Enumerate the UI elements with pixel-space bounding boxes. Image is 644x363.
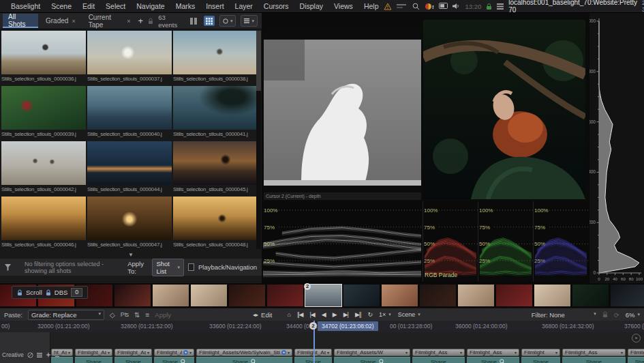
clip-header[interactable]: Filmlight_Ass▾ bbox=[114, 349, 152, 356]
timeline-ruler[interactable]: 00)32000 (01:21:20:00)32800 (01:21:52:00… bbox=[0, 321, 644, 332]
paste-mode-select[interactable]: Grade: Replace▾ bbox=[28, 310, 104, 320]
scroll-lock-label[interactable]: Scroll bbox=[26, 289, 42, 296]
lock-icon[interactable] bbox=[602, 311, 608, 318]
menu-cursors[interactable]: Cursors bbox=[258, 0, 294, 13]
menu-scene[interactable]: Scene bbox=[46, 0, 77, 13]
clip-shape-strip[interactable]: Shape bbox=[114, 357, 152, 363]
shot-thumb[interactable]: Stills_selection_stlouis_0000039.j bbox=[1, 86, 86, 141]
dbs-label[interactable]: DBS bbox=[55, 289, 68, 296]
filmstrip-frame[interactable] bbox=[114, 285, 151, 306]
close-icon[interactable]: × bbox=[72, 18, 75, 25]
filmstrip-frame[interactable] bbox=[458, 285, 494, 306]
clip-shape-strip[interactable]: Shap bbox=[628, 357, 644, 363]
next-cut-icon[interactable]: ▶| bbox=[343, 311, 348, 318]
clip-shape-strip[interactable]: Shape bbox=[196, 357, 292, 363]
list-view-button[interactable] bbox=[188, 16, 199, 26]
lock-icon[interactable] bbox=[486, 3, 492, 10]
apply-button[interactable]: Apply bbox=[155, 311, 171, 319]
clip-header[interactable]: Filmlight▾ bbox=[521, 349, 560, 356]
speaker-icon[interactable] bbox=[453, 3, 460, 10]
menu-help[interactable]: Help bbox=[358, 0, 384, 13]
menu-select[interactable]: Select bbox=[100, 0, 131, 13]
timeline-clip[interactable]: Filmlight_Ass▾Shape bbox=[562, 349, 626, 363]
filmstrip-frame[interactable] bbox=[534, 285, 570, 306]
display-icon[interactable] bbox=[439, 3, 448, 10]
clip-header[interactable]: Filmlight_Ass▾ bbox=[412, 349, 465, 356]
filmstrip-frame[interactable] bbox=[343, 285, 380, 306]
clip-header[interactable]: Filmlight_Assets/W▾ bbox=[334, 349, 410, 356]
menu-insert[interactable]: Insert bbox=[200, 0, 229, 13]
clip-shape-strip[interactable]: Shape bbox=[412, 357, 465, 363]
swap-icon[interactable]: ⇅ bbox=[134, 311, 140, 319]
scene-select[interactable]: Scene▾ bbox=[398, 311, 420, 318]
timeline-clip[interactable]: Filmlight_Assets/Web/Sylvain_Stills/Stil… bbox=[196, 349, 292, 363]
clip-shape-strip[interactable]: Shape bbox=[521, 357, 560, 363]
filmstrip-frame[interactable] bbox=[153, 285, 189, 306]
tab-current-tape[interactable]: Current Tape× bbox=[83, 14, 136, 28]
warning-icon[interactable] bbox=[384, 3, 392, 10]
view-options-button[interactable]: ▾ bbox=[241, 15, 258, 27]
clip-shape-strip[interactable]: Shape bbox=[154, 357, 194, 363]
list-icon[interactable] bbox=[497, 3, 504, 10]
filter-select[interactable]: Filter: None▾ bbox=[532, 311, 596, 319]
clip-shape-strip[interactable]: Shape bbox=[467, 357, 519, 363]
filmstrip-frame[interactable] bbox=[420, 285, 456, 306]
clip-header[interactable]: Filmlight_Ass▾ bbox=[628, 349, 644, 356]
current-timecode[interactable]: 34702 (01:23:08:02) bbox=[318, 321, 378, 331]
add-tab-button[interactable]: + bbox=[138, 16, 144, 25]
lock-icon[interactable] bbox=[46, 289, 51, 296]
fx-icon[interactable] bbox=[46, 352, 51, 358]
menu-marks[interactable]: Marks bbox=[170, 0, 201, 13]
scrollbar-thumb[interactable] bbox=[256, 31, 261, 91]
timeline-clip[interactable]: Filmlight_Ass▾Shape bbox=[114, 349, 152, 363]
timeline-clip[interactable]: Filmlight▾Shape bbox=[521, 349, 560, 363]
alert-icon[interactable]: ! bbox=[425, 3, 434, 10]
tab-graded[interactable]: Graded× bbox=[40, 14, 81, 28]
shot-thumb[interactable]: Stills_selection_stlouis_0000044.j bbox=[87, 141, 172, 197]
lock-icon[interactable] bbox=[17, 289, 22, 296]
meter-icon[interactable] bbox=[397, 3, 408, 9]
filmstrip-frame[interactable] bbox=[611, 285, 644, 306]
timeline-clip[interactable]: Filmlight_Ass▾Shap bbox=[628, 349, 644, 363]
filmstrip-frame[interactable] bbox=[382, 285, 418, 306]
apply-to-select[interactable]: Shot List▾ bbox=[152, 259, 184, 276]
filmstrip-frame[interactable] bbox=[572, 285, 609, 306]
diamond-icon[interactable]: ◇ bbox=[110, 311, 115, 319]
speed-select[interactable]: 1×▾ bbox=[379, 311, 391, 318]
filmstrip-frame[interactable] bbox=[496, 285, 532, 306]
menu-layer[interactable]: Layer bbox=[230, 0, 258, 13]
filmstrip-frame[interactable] bbox=[229, 285, 265, 306]
playlist-icon[interactable]: ≡ bbox=[145, 311, 149, 319]
clip-header[interactable]: Filmlight_Ass+▾ bbox=[154, 349, 194, 356]
disable-icon[interactable] bbox=[27, 352, 33, 358]
menu-baselight[interactable]: Baselight bbox=[5, 0, 46, 13]
circle-chevron-icon[interactable]: » bbox=[632, 334, 641, 343]
shot-thumb[interactable]: Stills_selection_stlouis_0000036.j bbox=[1, 31, 86, 86]
depth-matte-image[interactable] bbox=[264, 29, 421, 192]
menu-edit[interactable]: Edit bbox=[77, 0, 100, 13]
timeline-clip[interactable]: Filmlight_Assets/W▾Shape bbox=[334, 349, 410, 363]
playhead-badge[interactable]: 2 bbox=[309, 322, 317, 330]
clip-shape-strip[interactable]: Shape bbox=[334, 357, 410, 363]
loop-icon[interactable]: ↻ bbox=[368, 311, 373, 318]
timeline-clip[interactable]: Filmlight_Ass▾Shape bbox=[75, 349, 112, 363]
shot-thumb[interactable]: Stills_selection_stlouis_0000040.j bbox=[87, 86, 172, 141]
prev-cut-icon[interactable]: |◀ bbox=[310, 311, 315, 318]
clip-header[interactable]: Filmlight_Ass▾ bbox=[75, 349, 112, 356]
search-icon[interactable] bbox=[412, 3, 420, 10]
zoom-select[interactable]: 6%▾ bbox=[626, 311, 640, 319]
goto-end-icon[interactable]: ▶|| bbox=[355, 311, 361, 318]
filmstrip-frame[interactable] bbox=[191, 285, 227, 306]
menu-display[interactable]: Display bbox=[294, 0, 328, 13]
menu-views[interactable]: Views bbox=[328, 0, 358, 13]
clip-header[interactable]: Filmlight_Ass▾ bbox=[467, 349, 519, 356]
timeline-clip[interactable]: ht_Ass▾ bbox=[51, 349, 73, 363]
filmstrip-frame[interactable] bbox=[267, 285, 303, 306]
play-reverse-icon[interactable]: ◀ bbox=[322, 311, 326, 318]
reference-photo[interactable] bbox=[423, 20, 585, 199]
shot-thumb[interactable]: Stills_selection_stlouis_0000046.j bbox=[1, 197, 86, 252]
pr-icon[interactable]: Pʦ bbox=[121, 311, 129, 318]
edit-toggle[interactable]: ◂▸Edit bbox=[253, 311, 272, 319]
list-icon[interactable] bbox=[37, 353, 42, 358]
shot-thumb[interactable]: Stills_selection_stlouis_0000038.j bbox=[173, 31, 258, 86]
